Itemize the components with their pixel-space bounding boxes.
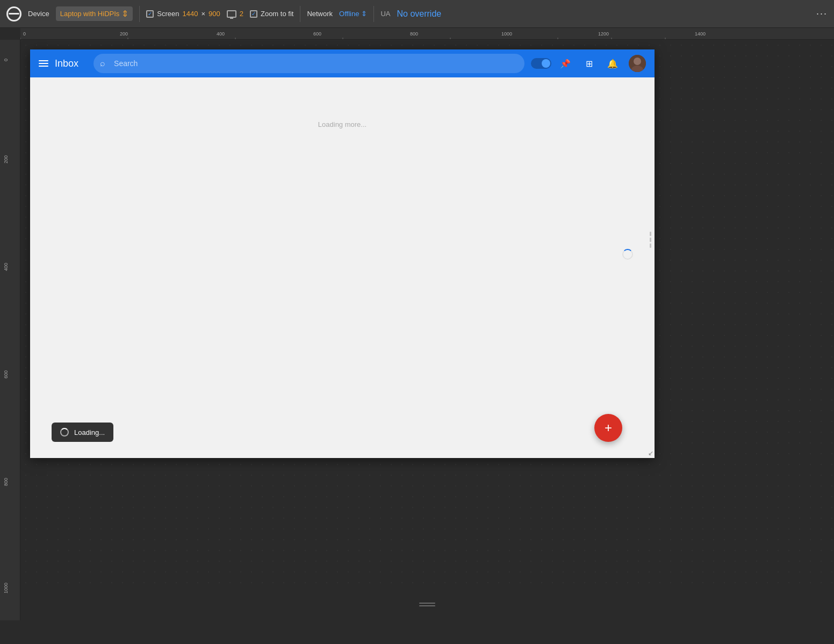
loading-spinner [622, 249, 633, 260]
device-arrow-icon: ⇕ [121, 9, 128, 19]
network-arrow-icon: ⇕ [361, 10, 367, 18]
dpr-item: 2 [227, 10, 243, 18]
screen-item: Screen 1440 × 900 [146, 10, 220, 18]
svg-rect-17 [0, 40, 20, 620]
vertical-ruler: 0 200 400 600 800 1000 [0, 40, 20, 620]
browser-viewport: Inbox ⌕ 📌 ⊞ 🔔 [30, 49, 655, 458]
screen-checkbox[interactable] [146, 10, 154, 18]
canvas-area: Inbox ⌕ 📌 ⊞ 🔔 [20, 40, 834, 588]
gmail-header: Inbox ⌕ 📌 ⊞ 🔔 [30, 49, 655, 77]
fab-icon: + [605, 420, 612, 435]
device-value: Laptop with HiDPIs [60, 10, 120, 18]
search-input[interactable] [94, 54, 524, 73]
svg-text:400: 400 [217, 31, 225, 37]
horizontal-ruler: 0 200 400 600 800 1000 1200 1400 [20, 28, 834, 40]
ua-label: UA [380, 10, 390, 18]
toggle-switch[interactable] [531, 58, 551, 69]
toolbar-divider-1 [139, 6, 140, 22]
svg-point-25 [634, 58, 641, 65]
scroll-drag-indicator [650, 232, 651, 248]
no-entry-icon [6, 6, 21, 22]
main-content: Loading more... Loading... + ↙ [30, 77, 655, 458]
gmail-menu-icon[interactable] [39, 60, 48, 67]
avatar-svg [629, 55, 646, 72]
resize-handle-icon[interactable]: ↙ [648, 449, 653, 457]
toolbar-divider-2 [300, 6, 300, 22]
toast-text: Loading... [74, 428, 105, 437]
svg-text:400: 400 [3, 263, 9, 271]
compose-fab-button[interactable]: + [594, 414, 622, 442]
loading-toast: Loading... [52, 423, 113, 442]
zoom-checkbox[interactable] [250, 10, 257, 18]
network-label: Network [307, 10, 333, 18]
screen-x: × [201, 10, 205, 18]
search-icon: ⌕ [100, 59, 105, 68]
spinner-arc [622, 249, 633, 260]
svg-text:0: 0 [23, 31, 26, 37]
loading-more-text: Loading more... [318, 120, 366, 128]
screen-label: Screen [157, 10, 179, 18]
inbox-title: Inbox [55, 58, 78, 69]
device-label: Device [28, 10, 49, 18]
svg-rect-0 [20, 28, 834, 40]
ruler-h-svg: 0 200 400 600 800 1000 1200 1400 [20, 28, 834, 40]
zoom-item: Zoom to fit [250, 10, 293, 18]
svg-text:1200: 1200 [598, 31, 609, 37]
toast-spinner [60, 428, 69, 437]
svg-text:200: 200 [3, 155, 9, 163]
ruler-v-svg: 0 200 400 600 800 1000 [0, 40, 20, 620]
svg-text:1000: 1000 [3, 583, 9, 593]
toggle-knob [542, 59, 550, 68]
svg-text:1000: 1000 [501, 31, 512, 37]
gmail-header-icons: 📌 ⊞ 🔔 [558, 55, 646, 72]
toolbar-divider-3 [373, 6, 374, 22]
bell-icon[interactable]: 🔔 [605, 56, 620, 71]
svg-text:200: 200 [120, 31, 128, 37]
grid-icon[interactable]: ⊞ [581, 56, 596, 71]
device-selector[interactable]: Laptop with HiDPIs ⇕ [56, 6, 133, 21]
dpr-value: 2 [240, 10, 243, 18]
screen-width: 1440 [183, 10, 198, 18]
zoom-label: Zoom to fit [261, 10, 293, 18]
search-container: ⌕ [94, 54, 524, 73]
bottom-drag-handle[interactable] [419, 603, 435, 606]
ruler-container: 0 200 400 600 800 1000 1200 1400 0 200 4… [0, 28, 834, 620]
svg-text:600: 600 [313, 31, 321, 37]
more-options-button[interactable]: ··· [816, 8, 828, 19]
network-value: Offline [339, 10, 359, 18]
pin-icon[interactable]: 📌 [558, 56, 573, 71]
top-toolbar: Device Laptop with HiDPIs ⇕ Screen 1440 … [0, 0, 834, 28]
toolbar-left: Device Laptop with HiDPIs ⇕ Screen 1440 … [6, 6, 808, 22]
svg-text:1400: 1400 [695, 31, 706, 37]
svg-text:600: 600 [3, 370, 9, 378]
svg-text:0: 0 [3, 59, 9, 61]
avatar[interactable] [629, 55, 646, 72]
ua-value: No override [397, 9, 441, 19]
svg-text:800: 800 [410, 31, 418, 37]
bottom-area [20, 588, 834, 620]
screen-height: 900 [208, 10, 220, 18]
network-selector[interactable]: Offline ⇕ [339, 10, 367, 18]
screen-icon [227, 10, 236, 18]
svg-text:800: 800 [3, 478, 9, 486]
